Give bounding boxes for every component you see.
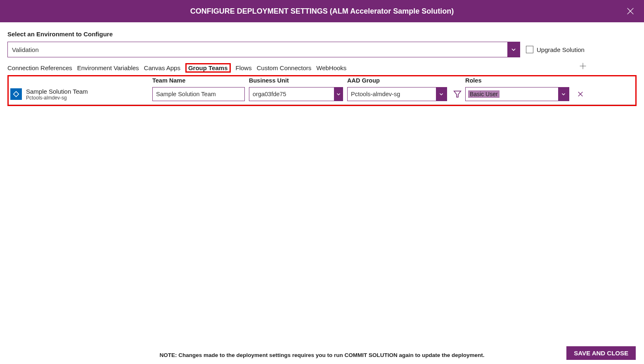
table-row: Sample Solution Team Pctools-almdev-sg <box>9 85 635 105</box>
business-unit-input[interactable] <box>249 87 334 101</box>
footer: NOTE: Changes made to the deployment set… <box>0 352 644 358</box>
row-title: Sample Solution Team <box>26 88 88 95</box>
columns-header: Team Name Business Unit AAD Group Roles <box>9 76 635 85</box>
environment-dropdown-button[interactable] <box>507 42 520 57</box>
tab-connection-references[interactable]: Connection References <box>7 64 72 72</box>
chevron-down-icon <box>561 92 566 97</box>
tabs-row: Connection References Environment Variab… <box>7 63 637 75</box>
footer-note: NOTE: Changes made to the deployment set… <box>160 352 485 358</box>
chevron-down-icon <box>336 92 341 97</box>
svg-marker-5 <box>454 91 461 97</box>
filter-icon <box>453 90 462 99</box>
dialog-title: CONFIGURE DEPLOYMENT SETTINGS (ALM Accel… <box>190 7 454 16</box>
col-business-unit: Business Unit <box>249 77 347 84</box>
roles-selected-chip[interactable]: Basic User <box>468 90 500 98</box>
chevron-down-icon <box>439 92 444 97</box>
close-icon <box>626 7 635 16</box>
team-icon <box>10 88 22 100</box>
aad-group-dropdown-button[interactable] <box>436 87 447 101</box>
environment-dropdown[interactable] <box>7 42 520 57</box>
tab-environment-variables[interactable]: Environment Variables <box>77 64 139 72</box>
dialog-header: CONFIGURE DEPLOYMENT SETTINGS (ALM Accel… <box>0 0 644 22</box>
add-row-button[interactable] <box>579 62 587 73</box>
upgrade-solution-checkbox[interactable] <box>526 46 533 53</box>
tab-flows[interactable]: Flows <box>236 64 252 72</box>
row-subtitle: Pctools-almdev-sg <box>26 95 88 101</box>
chevron-down-icon <box>511 47 516 52</box>
filter-button[interactable] <box>451 90 464 99</box>
svg-rect-4 <box>14 92 19 97</box>
col-aad-group: AAD Group <box>347 77 465 84</box>
aad-group-dropdown[interactable] <box>347 87 447 101</box>
tab-webhooks[interactable]: WebHooks <box>316 64 346 72</box>
team-name-field[interactable] <box>152 87 245 101</box>
col-roles: Roles <box>465 77 571 84</box>
save-and-close-button[interactable]: SAVE AND CLOSE <box>566 346 636 360</box>
tab-canvas-apps[interactable]: Canvas Apps <box>144 64 180 72</box>
highlight-frame: Team Name Business Unit AAD Group Roles … <box>7 75 637 106</box>
roles-dropdown[interactable]: Basic User <box>465 87 569 101</box>
delete-row-button[interactable] <box>573 90 587 98</box>
business-unit-dropdown-button[interactable] <box>334 87 343 101</box>
close-button[interactable] <box>624 5 637 17</box>
tab-custom-connectors[interactable]: Custom Connectors <box>257 64 312 72</box>
environment-label: Select an Environment to Configure <box>7 31 637 38</box>
business-unit-dropdown[interactable] <box>249 87 343 101</box>
plus-icon <box>579 62 587 70</box>
close-icon <box>577 90 584 98</box>
tab-group-teams[interactable]: Group Teams <box>185 63 231 73</box>
roles-dropdown-button[interactable] <box>558 87 569 101</box>
upgrade-solution-label: Upgrade Solution <box>537 46 585 53</box>
team-name-input[interactable] <box>153 87 244 101</box>
aad-group-input[interactable] <box>348 87 436 101</box>
environment-input[interactable] <box>8 42 507 57</box>
col-team-name: Team Name <box>152 77 249 84</box>
